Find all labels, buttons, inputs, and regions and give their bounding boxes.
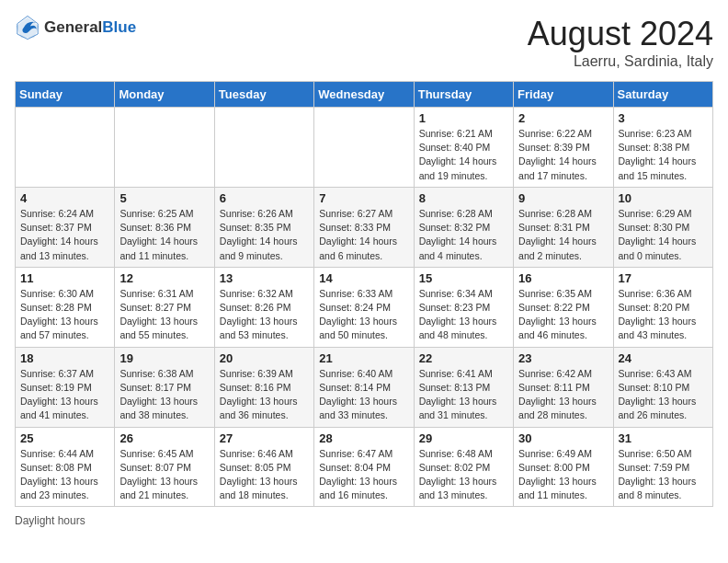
calendar-week-row: 25Sunrise: 6:44 AMSunset: 8:08 PMDayligh… (16, 427, 713, 507)
calendar-cell: 10Sunrise: 6:29 AMSunset: 8:30 PMDayligh… (613, 187, 712, 267)
day-detail: Sunrise: 6:46 AMSunset: 8:05 PMDaylight:… (220, 447, 309, 503)
header-monday: Monday (115, 82, 214, 108)
calendar-week-row: 1Sunrise: 6:21 AMSunset: 8:40 PMDaylight… (16, 108, 713, 188)
day-number: 12 (119, 271, 209, 285)
day-detail: Sunrise: 6:29 AMSunset: 8:30 PMDaylight:… (619, 207, 708, 263)
day-number: 11 (20, 271, 109, 285)
day-detail: Sunrise: 6:27 AMSunset: 8:33 PMDaylight:… (319, 207, 408, 263)
day-number: 2 (518, 111, 608, 125)
logo-general: General (44, 18, 102, 36)
day-detail: Sunrise: 6:25 AMSunset: 8:36 PMDaylight:… (119, 207, 209, 263)
day-detail: Sunrise: 6:45 AMSunset: 8:07 PMDaylight:… (119, 447, 209, 503)
calendar-cell: 8Sunrise: 6:28 AMSunset: 8:32 PMDaylight… (414, 187, 513, 267)
calendar-cell: 29Sunrise: 6:48 AMSunset: 8:02 PMDayligh… (414, 427, 513, 507)
day-detail: Sunrise: 6:32 AMSunset: 8:26 PMDaylight:… (220, 287, 309, 343)
calendar: Sunday Monday Tuesday Wednesday Thursday… (15, 81, 713, 507)
calendar-cell: 19Sunrise: 6:38 AMSunset: 8:17 PMDayligh… (115, 347, 214, 427)
calendar-cell: 20Sunrise: 6:39 AMSunset: 8:16 PMDayligh… (214, 347, 313, 427)
calendar-cell (314, 108, 414, 188)
calendar-cell: 12Sunrise: 6:31 AMSunset: 8:27 PMDayligh… (115, 267, 214, 347)
day-number: 10 (619, 191, 708, 205)
day-detail: Sunrise: 6:37 AMSunset: 8:19 PMDaylight:… (20, 367, 109, 423)
day-detail: Sunrise: 6:23 AMSunset: 8:38 PMDaylight:… (619, 127, 708, 183)
calendar-cell: 25Sunrise: 6:44 AMSunset: 8:08 PMDayligh… (16, 427, 115, 507)
logo-icon (15, 15, 40, 40)
logo-blue: Blue (102, 18, 136, 36)
day-number: 22 (419, 351, 508, 365)
day-number: 28 (319, 431, 408, 445)
day-number: 19 (119, 351, 209, 365)
month-year: August 2024 (528, 15, 713, 53)
day-detail: Sunrise: 6:39 AMSunset: 8:16 PMDaylight:… (220, 367, 309, 423)
calendar-header-row: Sunday Monday Tuesday Wednesday Thursday… (16, 82, 713, 108)
day-detail: Sunrise: 6:48 AMSunset: 8:02 PMDaylight:… (419, 447, 508, 503)
header-wednesday: Wednesday (314, 82, 414, 108)
calendar-week-row: 18Sunrise: 6:37 AMSunset: 8:19 PMDayligh… (16, 347, 713, 427)
location: Laerru, Sardinia, Italy (528, 53, 713, 70)
day-number: 25 (20, 431, 109, 445)
footer: Daylight hours (15, 514, 713, 527)
day-number: 18 (20, 351, 109, 365)
header-sunday: Sunday (16, 82, 115, 108)
calendar-cell: 16Sunrise: 6:35 AMSunset: 8:22 PMDayligh… (514, 267, 613, 347)
daylight-label: Daylight hours (15, 514, 85, 527)
day-number: 8 (419, 191, 508, 205)
day-detail: Sunrise: 6:35 AMSunset: 8:22 PMDaylight:… (518, 287, 608, 343)
calendar-cell: 15Sunrise: 6:34 AMSunset: 8:23 PMDayligh… (414, 267, 513, 347)
day-detail: Sunrise: 6:43 AMSunset: 8:10 PMDaylight:… (619, 367, 708, 423)
day-detail: Sunrise: 6:42 AMSunset: 8:11 PMDaylight:… (518, 367, 608, 423)
calendar-cell: 27Sunrise: 6:46 AMSunset: 8:05 PMDayligh… (214, 427, 313, 507)
calendar-cell: 14Sunrise: 6:33 AMSunset: 8:24 PMDayligh… (314, 267, 414, 347)
day-detail: Sunrise: 6:49 AMSunset: 8:00 PMDaylight:… (518, 447, 608, 503)
header-thursday: Thursday (414, 82, 513, 108)
day-number: 9 (518, 191, 608, 205)
day-detail: Sunrise: 6:28 AMSunset: 8:31 PMDaylight:… (518, 207, 608, 263)
calendar-cell: 17Sunrise: 6:36 AMSunset: 8:20 PMDayligh… (613, 267, 712, 347)
calendar-cell: 18Sunrise: 6:37 AMSunset: 8:19 PMDayligh… (16, 347, 115, 427)
calendar-cell: 4Sunrise: 6:24 AMSunset: 8:37 PMDaylight… (16, 187, 115, 267)
day-detail: Sunrise: 6:36 AMSunset: 8:20 PMDaylight:… (619, 287, 708, 343)
day-number: 5 (119, 191, 209, 205)
calendar-cell: 21Sunrise: 6:40 AMSunset: 8:14 PMDayligh… (314, 347, 414, 427)
calendar-cell: 26Sunrise: 6:45 AMSunset: 8:07 PMDayligh… (115, 427, 214, 507)
day-detail: Sunrise: 6:40 AMSunset: 8:14 PMDaylight:… (319, 367, 408, 423)
day-number: 24 (619, 351, 708, 365)
day-number: 6 (220, 191, 309, 205)
day-detail: Sunrise: 6:21 AMSunset: 8:40 PMDaylight:… (419, 127, 508, 183)
title-block: August 2024 Laerru, Sardinia, Italy (528, 15, 713, 70)
calendar-cell: 6Sunrise: 6:26 AMSunset: 8:35 PMDaylight… (214, 187, 313, 267)
calendar-cell: 13Sunrise: 6:32 AMSunset: 8:26 PMDayligh… (214, 267, 313, 347)
day-number: 20 (220, 351, 309, 365)
calendar-cell: 9Sunrise: 6:28 AMSunset: 8:31 PMDaylight… (514, 187, 613, 267)
calendar-cell: 24Sunrise: 6:43 AMSunset: 8:10 PMDayligh… (613, 347, 712, 427)
calendar-cell: 2Sunrise: 6:22 AMSunset: 8:39 PMDaylight… (514, 108, 613, 188)
calendar-cell: 7Sunrise: 6:27 AMSunset: 8:33 PMDaylight… (314, 187, 414, 267)
calendar-cell: 5Sunrise: 6:25 AMSunset: 8:36 PMDaylight… (115, 187, 214, 267)
day-number: 14 (319, 271, 408, 285)
day-number: 7 (319, 191, 408, 205)
calendar-cell: 1Sunrise: 6:21 AMSunset: 8:40 PMDaylight… (414, 108, 513, 188)
calendar-cell: 30Sunrise: 6:49 AMSunset: 8:00 PMDayligh… (514, 427, 613, 507)
day-number: 4 (20, 191, 109, 205)
calendar-cell (115, 108, 214, 188)
calendar-week-row: 4Sunrise: 6:24 AMSunset: 8:37 PMDaylight… (16, 187, 713, 267)
calendar-cell (214, 108, 313, 188)
day-number: 21 (319, 351, 408, 365)
header-friday: Friday (514, 82, 613, 108)
calendar-week-row: 11Sunrise: 6:30 AMSunset: 8:28 PMDayligh… (16, 267, 713, 347)
day-detail: Sunrise: 6:38 AMSunset: 8:17 PMDaylight:… (119, 367, 209, 423)
calendar-cell: 31Sunrise: 6:50 AMSunset: 7:59 PMDayligh… (613, 427, 712, 507)
day-number: 26 (119, 431, 209, 445)
day-number: 13 (220, 271, 309, 285)
day-detail: Sunrise: 6:44 AMSunset: 8:08 PMDaylight:… (20, 447, 109, 503)
logo-text: GeneralBlue (44, 19, 136, 37)
day-detail: Sunrise: 6:31 AMSunset: 8:27 PMDaylight:… (119, 287, 209, 343)
day-detail: Sunrise: 6:33 AMSunset: 8:24 PMDaylight:… (319, 287, 408, 343)
calendar-cell (16, 108, 115, 188)
day-detail: Sunrise: 6:41 AMSunset: 8:13 PMDaylight:… (419, 367, 508, 423)
day-detail: Sunrise: 6:24 AMSunset: 8:37 PMDaylight:… (20, 207, 109, 263)
day-number: 16 (518, 271, 608, 285)
day-number: 27 (220, 431, 309, 445)
calendar-cell: 3Sunrise: 6:23 AMSunset: 8:38 PMDaylight… (613, 108, 712, 188)
day-number: 23 (518, 351, 608, 365)
